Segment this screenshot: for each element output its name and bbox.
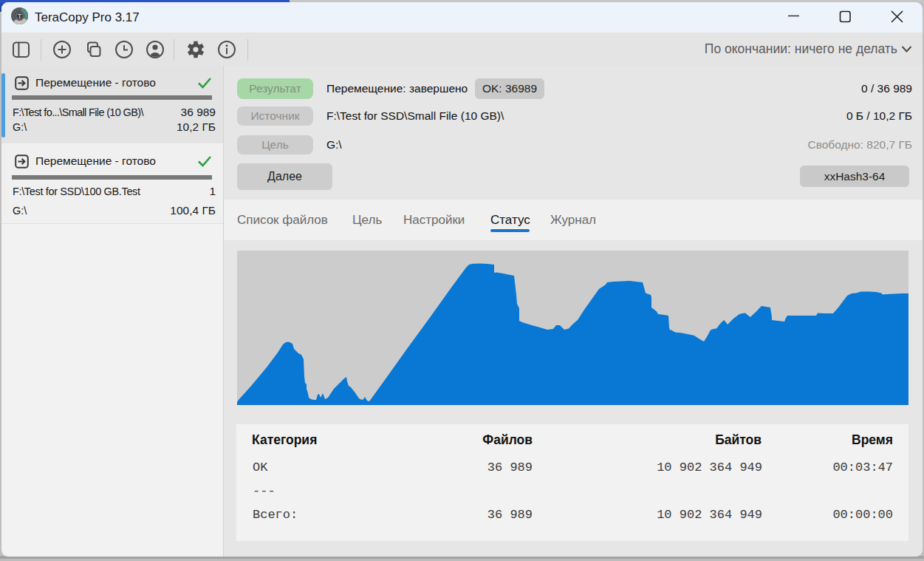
svg-text:T: T — [18, 13, 21, 20]
